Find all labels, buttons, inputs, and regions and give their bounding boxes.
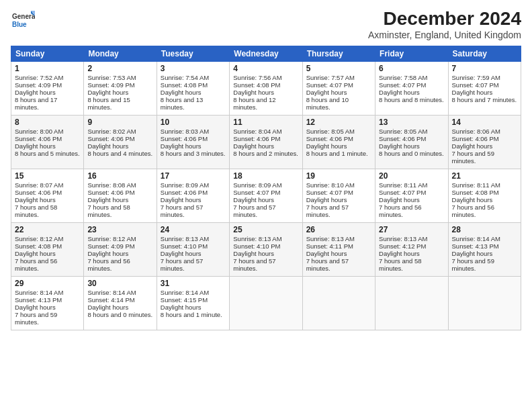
day-number: 6 <box>379 64 444 73</box>
sunrise-text: Sunrise: 8:03 AM <box>161 128 209 135</box>
sunrise-text: Sunrise: 8:07 AM <box>15 181 63 189</box>
daylight-duration: 8 hours and 4 minutes. <box>87 150 152 157</box>
daylight-duration: 8 hours and 7 minutes. <box>452 96 517 103</box>
sunrise-text: Sunrise: 8:14 AM <box>452 235 500 242</box>
col-monday: Monday <box>84 46 157 62</box>
table-cell <box>375 277 448 330</box>
sunset-text: Sunset: 4:11 PM <box>306 242 353 250</box>
daylight-duration: 8 hours and 8 minutes. <box>379 96 444 103</box>
table-cell <box>230 277 302 330</box>
sunset-text: Sunset: 4:13 PM <box>452 242 499 250</box>
col-friday: Friday <box>375 46 448 62</box>
page: General Blue December 2024 Axminster, En… <box>0 0 532 411</box>
table-cell: 30Sunrise: 8:14 AMSunset: 4:14 PMDayligh… <box>84 277 157 330</box>
table-cell: 22Sunrise: 8:12 AMSunset: 4:08 PMDayligh… <box>11 223 84 277</box>
table-cell: 19Sunrise: 8:10 AMSunset: 4:07 PMDayligh… <box>302 169 375 223</box>
table-cell: 10Sunrise: 8:03 AMSunset: 4:06 PMDayligh… <box>157 116 229 169</box>
day-number: 18 <box>233 171 298 181</box>
day-number: 27 <box>379 225 444 234</box>
table-cell: 23Sunrise: 8:12 AMSunset: 4:09 PMDayligh… <box>84 223 157 277</box>
sunrise-text: Sunrise: 8:00 AM <box>15 128 63 135</box>
daylight-text: Daylight hours <box>87 250 128 257</box>
daylight-text: Daylight hours <box>161 250 202 257</box>
table-cell: 24Sunrise: 8:13 AMSunset: 4:10 PMDayligh… <box>157 223 229 277</box>
daylight-text: Daylight hours <box>161 304 202 311</box>
week-row-2: 8Sunrise: 8:00 AMSunset: 4:06 PMDaylight… <box>11 116 521 169</box>
day-number: 20 <box>379 171 444 181</box>
daylight-duration: 7 hours and 56 minutes. <box>15 257 57 272</box>
daylight-duration: 7 hours and 56 minutes. <box>452 203 494 218</box>
table-cell: 18Sunrise: 8:09 AMSunset: 4:07 PMDayligh… <box>230 169 302 223</box>
day-number: 5 <box>306 64 371 73</box>
daylight-duration: 7 hours and 59 minutes. <box>15 311 57 326</box>
sunrise-text: Sunrise: 8:13 AM <box>161 235 209 242</box>
day-number: 30 <box>87 279 152 288</box>
table-cell: 9Sunrise: 8:02 AMSunset: 4:06 PMDaylight… <box>84 116 157 169</box>
daylight-duration: 8 hours and 1 minute. <box>306 150 368 157</box>
sunset-text: Sunset: 4:07 PM <box>379 189 426 196</box>
header-row: Sunday Monday Tuesday Wednesday Thursday… <box>11 46 521 62</box>
sunrise-text: Sunrise: 8:02 AM <box>87 128 136 135</box>
sunrise-text: Sunrise: 7:54 AM <box>161 74 209 81</box>
sunrise-text: Sunrise: 8:13 AM <box>233 235 281 242</box>
day-number: 21 <box>452 171 517 181</box>
daylight-duration: 7 hours and 57 minutes. <box>306 203 349 218</box>
daylight-text: Daylight hours <box>452 89 493 96</box>
sunset-text: Sunset: 4:06 PM <box>87 189 134 196</box>
daylight-duration: 7 hours and 57 minutes. <box>161 203 203 218</box>
daylight-duration: 8 hours and 0 minutes. <box>87 311 152 318</box>
col-sunday: Sunday <box>11 46 84 62</box>
daylight-text: Daylight hours <box>87 142 128 150</box>
sunrise-text: Sunrise: 8:09 AM <box>233 181 281 189</box>
daylight-duration: 7 hours and 56 minutes. <box>87 257 130 272</box>
col-thursday: Thursday <box>302 46 375 62</box>
daylight-duration: 8 hours and 0 minutes. <box>379 150 444 157</box>
table-cell: 26Sunrise: 8:13 AMSunset: 4:11 PMDayligh… <box>302 223 375 277</box>
sunrise-text: Sunrise: 8:05 AM <box>306 128 355 135</box>
sunrise-text: Sunrise: 8:12 AM <box>87 235 136 242</box>
daylight-duration: 7 hours and 58 minutes. <box>87 203 130 218</box>
svg-text:Blue: Blue <box>12 21 27 28</box>
daylight-duration: 7 hours and 59 minutes. <box>452 257 494 272</box>
daylight-text: Daylight hours <box>452 142 493 150</box>
sunset-text: Sunset: 4:07 PM <box>452 81 499 89</box>
table-cell: 11Sunrise: 8:04 AMSunset: 4:06 PMDayligh… <box>230 116 302 169</box>
daylight-duration: 8 hours and 1 minute. <box>161 311 222 318</box>
day-number: 12 <box>306 118 371 127</box>
daylight-duration: 8 hours and 2 minutes. <box>233 150 298 157</box>
sunset-text: Sunset: 4:09 PM <box>87 242 134 250</box>
daylight-duration: 8 hours and 17 minutes. <box>15 96 57 111</box>
calendar-table: Sunday Monday Tuesday Wednesday Thursday… <box>11 46 521 330</box>
table-cell: 31Sunrise: 8:14 AMSunset: 4:15 PMDayligh… <box>157 277 229 330</box>
day-number: 3 <box>161 64 226 73</box>
daylight-text: Daylight hours <box>233 89 274 96</box>
daylight-duration: 8 hours and 13 minutes. <box>161 96 203 111</box>
logo: General Blue <box>11 8 35 32</box>
day-number: 26 <box>306 225 371 234</box>
day-number: 1 <box>15 64 80 73</box>
daylight-text: Daylight hours <box>233 142 274 150</box>
daylight-text: Daylight hours <box>306 250 347 257</box>
day-number: 29 <box>15 279 80 288</box>
daylight-text: Daylight hours <box>15 196 56 203</box>
daylight-text: Daylight hours <box>15 142 56 150</box>
table-cell <box>302 277 375 330</box>
daylight-duration: 7 hours and 57 minutes. <box>306 257 349 272</box>
daylight-duration: 8 hours and 5 minutes. <box>15 150 80 157</box>
sunset-text: Sunset: 4:06 PM <box>161 189 208 196</box>
sunset-text: Sunset: 4:09 PM <box>15 81 62 89</box>
day-number: 10 <box>161 118 226 127</box>
daylight-duration: 7 hours and 57 minutes. <box>233 257 275 272</box>
sunrise-text: Sunrise: 7:58 AM <box>379 74 427 81</box>
table-cell: 4Sunrise: 7:56 AMSunset: 4:08 PMDaylight… <box>230 62 302 116</box>
sunrise-text: Sunrise: 8:14 AM <box>161 289 209 296</box>
table-cell <box>448 277 521 330</box>
table-cell: 28Sunrise: 8:14 AMSunset: 4:13 PMDayligh… <box>448 223 521 277</box>
table-cell: 1Sunrise: 7:52 AMSunset: 4:09 PMDaylight… <box>11 62 84 116</box>
week-row-5: 29Sunrise: 8:14 AMSunset: 4:13 PMDayligh… <box>11 277 521 330</box>
daylight-duration: 7 hours and 59 minutes. <box>452 150 494 165</box>
sunset-text: Sunset: 4:08 PM <box>452 189 499 196</box>
sunset-text: Sunset: 4:06 PM <box>306 135 353 142</box>
day-number: 24 <box>161 225 226 234</box>
table-cell: 25Sunrise: 8:13 AMSunset: 4:10 PMDayligh… <box>230 223 302 277</box>
